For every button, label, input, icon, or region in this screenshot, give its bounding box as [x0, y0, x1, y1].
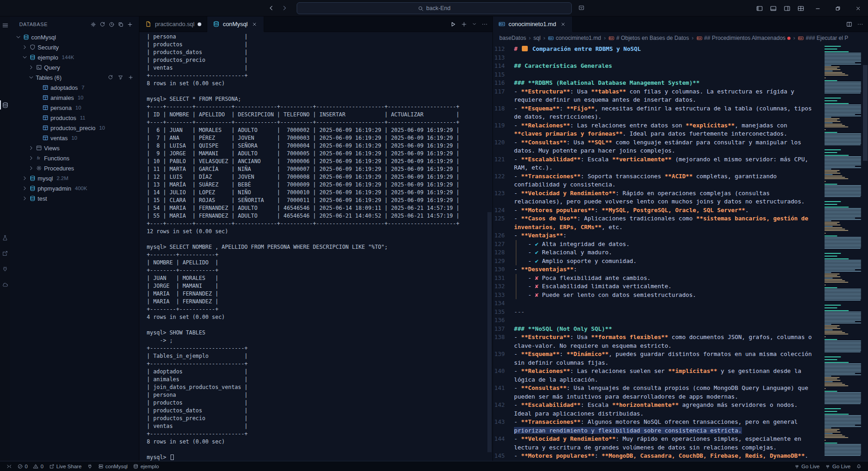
status-extension-indicator[interactable] [84, 461, 95, 471]
breadcrumb-item[interactable]: conocimineto1.md [548, 35, 601, 41]
minimap-line [824, 398, 861, 399]
filter-icon[interactable] [117, 74, 124, 81]
database-view-icon[interactable] [0, 99, 10, 111]
refresh-icon[interactable] [98, 20, 107, 29]
forward-arrow-icon[interactable] [281, 5, 288, 11]
sidebar-item-query[interactable]: Query [10, 62, 139, 72]
status-problems-errors[interactable]: 0 [15, 461, 30, 471]
minimap-line [824, 188, 861, 189]
command-center-search[interactable]: back-End [297, 2, 572, 14]
line-number: 113 [493, 54, 514, 62]
plug-icon [87, 464, 93, 469]
gear-icon[interactable] [88, 20, 98, 29]
search-options-icon[interactable] [578, 5, 585, 11]
split-button[interactable] [846, 21, 852, 27]
panel-left-icon[interactable] [752, 0, 766, 16]
plus-button[interactable] [461, 21, 467, 27]
sidebar-item-test[interactable]: test [10, 193, 139, 203]
sidebar-item-tables-6[interactable]: Tables (6) [10, 72, 139, 82]
sidebar-item-procedures[interactable]: Procedures [10, 163, 139, 173]
sidebar-item-conmysql[interactable]: conMysql [10, 32, 139, 42]
sidebar-item-functions[interactable]: fxFunctions [10, 153, 139, 163]
minimize-button[interactable] [807, 0, 828, 16]
database-icon [28, 195, 37, 202]
panel-bottom-icon[interactable] [766, 0, 780, 16]
chevron-down-button[interactable] [472, 22, 477, 27]
editor-line-139: 139- **Esquema**: **Dinámico**, puedes g… [493, 350, 813, 367]
database-icon [22, 33, 30, 41]
plus-icon[interactable] [125, 20, 134, 29]
status-connection-conmysql[interactable]: conMysql [95, 461, 131, 471]
panel-right-icon[interactable] [780, 0, 794, 16]
copy-icon[interactable] [116, 20, 125, 29]
scrollbar-thumb[interactable] [863, 65, 868, 161]
sidebar-item-productos-precio[interactable]: productos_precio10 [10, 123, 139, 133]
minimap-line [824, 403, 861, 404]
mysql-terminal[interactable]: | persona || productos || productos_dato… [139, 32, 492, 461]
sidebar-item-views[interactable]: Views [10, 143, 139, 153]
live-share-icon[interactable] [0, 247, 10, 259]
menu-icon[interactable] [0, 19, 10, 31]
sidebar-item-ventas[interactable]: ventas10 [10, 133, 139, 143]
terminal-line: +----+--------+-----------+-------------… [147, 119, 492, 126]
minimap-line [824, 415, 861, 416]
status-live-share[interactable]: Live Share [46, 461, 84, 471]
live-share-icon [49, 464, 55, 469]
breadcrumb-item[interactable]: sql [533, 35, 541, 41]
breadcrumb-item[interactable]: # Objetos en Bases de Datos [608, 35, 689, 41]
status-database-ejemplo[interactable]: ejemplo [130, 461, 161, 471]
tab-conmysql[interactable]: conMysql [207, 16, 264, 32]
back-arrow-icon[interactable] [268, 5, 275, 11]
beaker-icon[interactable] [0, 232, 10, 244]
status-remote-indicator[interactable] [4, 461, 15, 471]
minimap-line [824, 282, 848, 283]
more-button[interactable] [481, 21, 488, 27]
scrollbar-thumb[interactable] [487, 212, 492, 452]
breadcrumb-item[interactable]: ## Procedimientos Almacenados [697, 35, 791, 41]
tab-practicando-sql[interactable]: practicando.sql [139, 16, 207, 32]
cloud-icon[interactable] [0, 279, 10, 290]
restore-button[interactable] [828, 0, 848, 16]
plus-icon[interactable] [127, 74, 134, 81]
status-go-live[interactable]: Go Live [791, 461, 823, 471]
markdown-editor[interactable]: 112# Comparación entre RDBMS y NoSQL113 … [493, 44, 813, 461]
breadcrumb-item[interactable]: ### Ejecutar el P [798, 35, 848, 41]
close-icon[interactable] [559, 21, 567, 28]
more-button[interactable] [857, 21, 863, 27]
breadcrumb-item[interactable]: baseDatos [499, 35, 526, 41]
minimap[interactable] [824, 44, 862, 461]
sidebar-item-adoptados[interactable]: adoptados7 [10, 82, 139, 93]
minimap-line [824, 451, 861, 452]
line-number: 138 [493, 333, 514, 350]
minimap-line [824, 312, 861, 312]
modified-dot-icon[interactable] [198, 22, 201, 26]
sidebar-item-ejemplo[interactable]: ejemplo144K [10, 52, 139, 62]
sidebar-item-phpmyadmin[interactable]: phpmyadmin400K [10, 183, 139, 193]
tree-item-label: conMysql [31, 34, 56, 41]
tab-conocimineto1-md[interactable]: conocimineto1.md [493, 16, 573, 32]
status-go-live-2[interactable]: Go Live [822, 461, 853, 471]
history-icon[interactable] [107, 20, 116, 29]
sidebar-item-animales[interactable]: animales10 [10, 93, 139, 103]
sidebar-item-mysql[interactable]: mysql2.2M [10, 173, 139, 183]
minimap-line [824, 293, 861, 294]
close-button[interactable] [848, 0, 868, 16]
minimap-line [824, 316, 861, 317]
sidebar-item-persona[interactable]: persona10 [10, 103, 139, 113]
editor-line-115: 115 [493, 71, 813, 79]
layout-icon[interactable] [794, 0, 807, 16]
sidebar-item-security[interactable]: Security [10, 42, 139, 52]
minimap-line [824, 422, 861, 423]
sidebar-item-productos[interactable]: productos11 [10, 113, 139, 123]
refresh-icon[interactable] [107, 74, 114, 81]
plug-icon[interactable] [0, 263, 10, 275]
status-notifications[interactable] [853, 461, 864, 471]
close-icon[interactable] [251, 21, 258, 28]
play-button[interactable] [450, 21, 456, 27]
minimap-line [824, 129, 826, 130]
editor-line-132: 132 - ✘ Escalabilidad limitada verticalm… [493, 282, 813, 291]
status-problems-warnings[interactable]: 0 [30, 461, 46, 471]
minimap-line [824, 246, 861, 247]
editor-scrollbar[interactable] [862, 44, 868, 461]
terminal-line [147, 321, 492, 329]
